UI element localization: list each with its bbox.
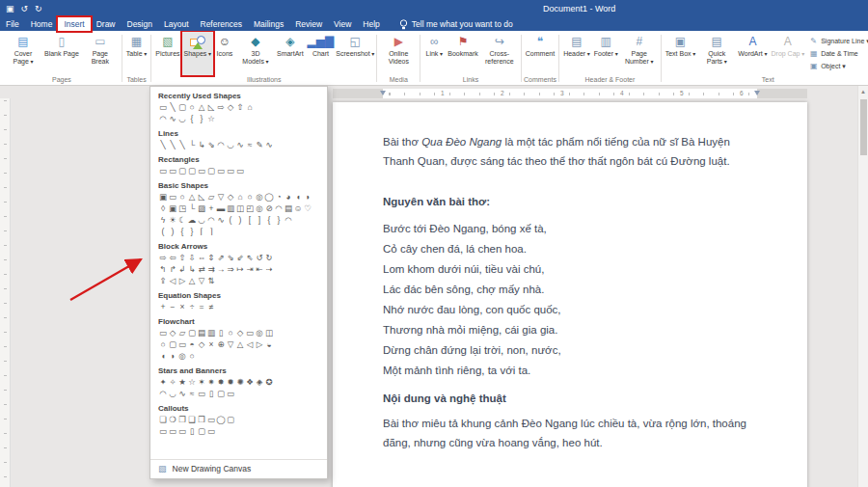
shape-item[interactable]: ▯: [206, 388, 216, 399]
shape-item[interactable]: ⇨: [158, 252, 168, 263]
tab-home[interactable]: Home: [25, 17, 59, 31]
shape-item[interactable]: ★: [177, 376, 187, 388]
shape-item[interactable]: ⇤: [255, 263, 264, 275]
shape-item[interactable]: ⇢: [264, 263, 274, 275]
tab-layout[interactable]: Layout: [158, 17, 195, 31]
shape-item[interactable]: ∿: [177, 388, 187, 399]
shape-item[interactable]: ⇥: [245, 263, 255, 275]
shape-item[interactable]: ◯: [216, 414, 226, 425]
shape-item[interactable]: ◇: [197, 338, 206, 350]
shape-item[interactable]: ✶: [197, 376, 206, 388]
shape-item[interactable]: −: [168, 301, 177, 312]
shape-item[interactable]: ◫: [264, 327, 274, 338]
shape-item[interactable]: ♡: [303, 203, 312, 214]
shape-item[interactable]: ▭: [158, 101, 168, 113]
shape-item[interactable]: ÷: [187, 301, 197, 312]
shape-item[interactable]: ▢: [187, 327, 197, 338]
object-button[interactable]: ▣Object ▾: [809, 61, 868, 71]
shape-item[interactable]: △: [197, 101, 206, 113]
shape-item[interactable]: ◁: [245, 338, 255, 350]
shape-item[interactable]: ▢: [177, 101, 187, 113]
shape-item[interactable]: ⇘: [226, 252, 235, 263]
shape-item[interactable]: {: [187, 113, 197, 124]
shape-item[interactable]: ◡: [168, 388, 177, 399]
shape-item[interactable]: ▤: [197, 327, 206, 338]
shape-item[interactable]: [: [245, 214, 255, 226]
shape-item[interactable]: ✦: [158, 376, 168, 388]
shapes-button[interactable]: Shapes ▾: [182, 32, 213, 75]
shape-item[interactable]: ): [168, 226, 177, 237]
shape-item[interactable]: └: [187, 203, 197, 214]
shape-item[interactable]: ▽: [197, 275, 206, 286]
shape-item[interactable]: ╲: [177, 139, 187, 150]
shape-item[interactable]: ▢: [177, 165, 187, 176]
shape-item[interactable]: ▭: [245, 327, 255, 338]
shape-item[interactable]: ⇔: [197, 252, 206, 263]
shape-item[interactable]: ◡: [197, 214, 206, 226]
shape-item[interactable]: ≠: [206, 301, 216, 312]
shape-item[interactable]: ⊕: [216, 338, 226, 350]
shape-item[interactable]: ▢: [197, 425, 206, 437]
scrollbar-thumb[interactable]: [860, 99, 867, 155]
shape-item[interactable]: ▭: [177, 425, 187, 437]
shape-item[interactable]: ▥: [206, 327, 216, 338]
shape-item[interactable]: ○: [226, 327, 235, 338]
shape-item[interactable]: ❐: [177, 414, 187, 425]
shape-item[interactable]: ❏: [158, 414, 168, 425]
shape-item[interactable]: ▣: [158, 191, 168, 203]
shape-item[interactable]: ▤: [284, 203, 293, 214]
shape-item[interactable]: ◎: [255, 191, 264, 203]
shape-item[interactable]: ⇉: [206, 263, 216, 275]
bookmark-button[interactable]: ⚑Bookmark: [446, 32, 480, 75]
tab-draw[interactable]: Draw: [91, 17, 122, 31]
page-break-button[interactable]: ▭Page Break: [81, 32, 120, 75]
blank-page-button[interactable]: ▯Blank Page: [42, 32, 81, 75]
shape-item[interactable]: ⌉: [206, 226, 216, 237]
shape-item[interactable]: ▭: [235, 165, 245, 176]
shape-item[interactable]: ◳: [177, 203, 187, 214]
shape-item[interactable]: ⇨: [216, 101, 226, 113]
screenshot-button[interactable]: ◱Screenshot ▾: [336, 32, 374, 75]
shape-item[interactable]: ▣: [168, 203, 177, 214]
shape-item[interactable]: ✎: [255, 139, 264, 150]
shape-item[interactable]: ✧: [168, 376, 177, 388]
tab-review[interactable]: Review: [289, 17, 328, 31]
indent-marker-left[interactable]: [380, 91, 386, 95]
shape-item[interactable]: ): [235, 214, 245, 226]
shape-item[interactable]: ✷: [206, 376, 216, 388]
tab-view[interactable]: View: [328, 17, 357, 31]
shape-item[interactable]: ▯: [187, 425, 197, 437]
shape-item[interactable]: ◡: [226, 139, 235, 150]
vertical-ruler[interactable]: [0, 98, 11, 487]
shape-item[interactable]: ▥: [226, 203, 235, 214]
shape-item[interactable]: ∿: [235, 139, 245, 150]
shape-item[interactable]: }: [274, 214, 284, 226]
shape-item[interactable]: ▭: [206, 414, 216, 425]
shape-item[interactable]: ▭: [168, 191, 177, 203]
shape-item[interactable]: ◊: [158, 203, 168, 214]
shape-item[interactable]: ⇅: [206, 275, 216, 286]
shape-item[interactable]: ↲: [177, 263, 187, 275]
shape-item[interactable]: (: [226, 214, 235, 226]
shape-item[interactable]: ⇖: [245, 252, 255, 263]
shape-item[interactable]: ϟ: [158, 214, 168, 226]
shape-item[interactable]: ▱: [177, 327, 187, 338]
scroll-up-icon[interactable]: ▲: [858, 89, 868, 95]
shape-item[interactable]: ⇘: [206, 139, 216, 150]
cover-page-button[interactable]: ▤Cover Page ▾: [4, 32, 42, 75]
shape-item[interactable]: ◠: [216, 139, 226, 150]
shape-item[interactable]: ↦: [235, 263, 245, 275]
shape-item[interactable]: ▷: [255, 338, 264, 350]
shape-item[interactable]: ]: [255, 214, 264, 226]
shape-item[interactable]: △: [187, 191, 197, 203]
shape-item[interactable]: ◠: [284, 214, 293, 226]
shape-item[interactable]: ◒: [264, 338, 274, 350]
shape-item[interactable]: ↺: [255, 252, 264, 263]
shape-item[interactable]: ◎: [177, 350, 187, 362]
shape-item[interactable]: ◎: [255, 327, 264, 338]
shape-item[interactable]: ✹: [226, 376, 235, 388]
comment-button[interactable]: ❝Comment: [524, 32, 556, 75]
shape-item[interactable]: ╲: [158, 139, 168, 150]
pictures-button[interactable]: ▧Pictures: [153, 32, 181, 75]
shape-item[interactable]: }: [187, 226, 197, 237]
